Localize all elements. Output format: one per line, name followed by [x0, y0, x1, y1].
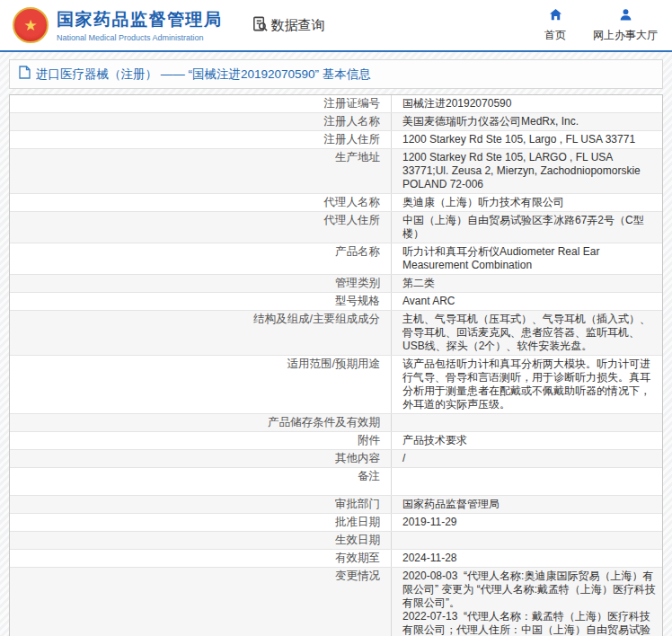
row-value: 2019-11-29 [392, 514, 662, 531]
page-title: 进口医疗器械（注册） —— “国械注进20192070590” 基本信息 [36, 66, 371, 83]
table-row: 生产地址1200 Starkey Rd Ste 105, LARGO , FL … [10, 149, 662, 194]
row-label: 代理人住所 [10, 212, 392, 243]
row-label: 管理类别 [10, 275, 392, 292]
row-value: 产品技术要求 [392, 432, 662, 449]
row-value: 1200 Starkey Rd Ste 105, LARGO , FL USA … [392, 149, 662, 193]
row-value: 国械注进20192070590 [392, 95, 662, 112]
page-title-bar: 进口医疗器械（注册） —— “国械注进20192070590” 基本信息 [9, 59, 663, 89]
person-icon [619, 8, 632, 25]
row-label: 生产地址 [10, 149, 392, 193]
row-label: 有效期至 [10, 550, 392, 567]
table-row: 代理人住所中国（上海）自由贸易试验区李冰路67弄2号（C型楼） [10, 212, 662, 243]
nav-item-service-hall[interactable]: 网上办事大厅 [593, 8, 658, 43]
row-value: 美国麦德瑞听力仪器公司MedRx, Inc. [392, 113, 662, 130]
table-row: 产品储存条件及有效期 [10, 414, 662, 432]
row-label: 批准日期 [10, 514, 392, 531]
table-row: 产品名称听力计和真耳分析仪Audiometer Real Ear Measure… [10, 243, 662, 275]
row-value [392, 414, 662, 431]
nav-item-label: 网上办事大厅 [593, 28, 658, 43]
row-value: 主机、气导耳机（压耳式）、气导耳机（插入式）、骨导耳机、回话麦克风、患者应答器、… [392, 311, 662, 355]
row-value: 听力计和真耳分析仪Audiometer Real Ear Measurement… [392, 243, 662, 274]
table-row: 变更情况2020-08-03 “代理人名称:奥迪康国际贸易（上海）有限公司” 变… [10, 568, 662, 636]
table-row: 批准日期2019-11-29 [10, 514, 662, 532]
brand-title-cn: 国家药品监督管理局 [57, 8, 223, 31]
info-table: 注册证编号国械注进20192070590注册人名称美国麦德瑞听力仪器公司MedR… [9, 94, 663, 636]
main-content: 进口医疗器械（注册） —— “国械注进20192070590” 基本信息 注册证… [0, 52, 672, 636]
row-label: 注册证编号 [10, 95, 392, 112]
document-icon [19, 66, 31, 83]
row-label: 变更情况 [10, 568, 392, 636]
row-value: 国家药品监督管理局 [392, 496, 662, 513]
table-row: 审批部门国家药品监督管理局 [10, 496, 662, 514]
row-value: 2020-08-03 “代理人名称:奥迪康国际贸易（上海）有限公司” 变更为 “… [392, 568, 662, 636]
row-label: 注册人住所 [10, 131, 392, 148]
row-label: 生效日期 [10, 532, 392, 549]
table-row: 附件产品技术要求 [10, 432, 662, 450]
row-label: 型号规格 [10, 293, 392, 310]
row-value [392, 532, 662, 549]
table-row: 其他内容/ [10, 450, 662, 468]
row-label: 备注 [10, 468, 392, 495]
brand-logo[interactable]: ★ 国家药品监督管理局 National Medical Products Ad… [13, 7, 223, 43]
home-icon [549, 8, 562, 25]
row-label: 审批部门 [10, 496, 392, 513]
row-label: 产品储存条件及有效期 [10, 414, 392, 431]
table-row: 备注 [10, 468, 662, 496]
row-value: 奥迪康（上海）听力技术有限公司 [392, 194, 662, 211]
table-row: 适用范围/预期用途该产品包括听力计和真耳分析两大模块。听力计可进行气导、骨导和言… [10, 356, 662, 414]
row-label: 代理人名称 [10, 194, 392, 211]
row-value: Avant ARC [392, 293, 662, 310]
table-row: 管理类别第二类 [10, 275, 662, 293]
table-row: 生效日期 [10, 532, 662, 550]
data-search-icon [252, 15, 269, 36]
row-value: 该产品包括听力计和真耳分析两大模块。听力计可进行气导、骨导和言语测听，用于诊断听… [392, 356, 662, 413]
row-value: 1200 Starkey Rd Ste 105, Largo , FL USA … [392, 131, 662, 148]
table-row: 有效期至2024-11-28 [10, 550, 662, 568]
brand-title-en: National Medical Products Administration [57, 33, 223, 42]
nav-item-label: 首页 [544, 28, 566, 43]
row-value: / [392, 450, 662, 467]
table-row: 注册人住所1200 Starkey Rd Ste 105, Largo , FL… [10, 131, 662, 149]
row-label: 适用范围/预期用途 [10, 356, 392, 413]
table-row: 结构及组成/主要组成成分主机、气导耳机（压耳式）、气导耳机（插入式）、骨导耳机、… [10, 311, 662, 356]
nav-item-home[interactable]: 首页 [544, 8, 566, 43]
table-row: 代理人名称奥迪康（上海）听力技术有限公司 [10, 194, 662, 212]
row-value: 第二类 [392, 275, 662, 292]
row-value: 2024-11-28 [392, 550, 662, 567]
row-label: 结构及组成/主要组成成分 [10, 311, 392, 355]
top-nav: 首页 网上办事大厅 [544, 8, 661, 43]
row-label: 注册人名称 [10, 113, 392, 130]
row-label: 其他内容 [10, 450, 392, 467]
top-header: ★ 国家药品监督管理局 National Medical Products Ad… [0, 0, 672, 52]
row-value [392, 468, 662, 495]
table-row: 型号规格Avant ARC [10, 293, 662, 311]
national-emblem-icon: ★ [13, 7, 49, 43]
brand-text: 国家药品监督管理局 National Medical Products Admi… [57, 8, 223, 42]
table-row: 注册证编号国械注进20192070590 [10, 95, 662, 113]
data-query-label: 数据查询 [271, 17, 325, 34]
row-label: 附件 [10, 432, 392, 449]
row-value: 中国（上海）自由贸易试验区李冰路67弄2号（C型楼） [392, 212, 662, 243]
data-query-menu[interactable]: 数据查询 [252, 15, 325, 36]
row-label: 产品名称 [10, 243, 392, 274]
table-row: 注册人名称美国麦德瑞听力仪器公司MedRx, Inc. [10, 113, 662, 131]
